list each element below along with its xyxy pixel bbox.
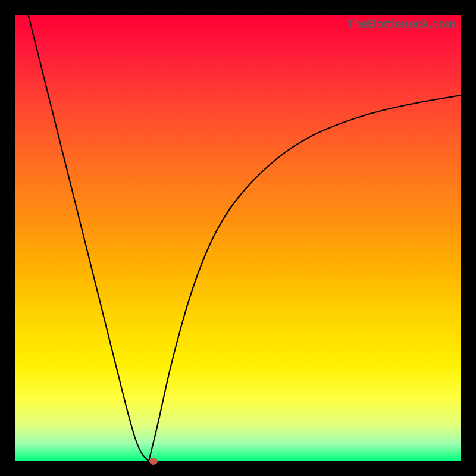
bottleneck-curve xyxy=(15,15,461,461)
chart-area: TheBottleneck.com xyxy=(15,15,461,461)
optimal-point-marker xyxy=(149,458,158,465)
